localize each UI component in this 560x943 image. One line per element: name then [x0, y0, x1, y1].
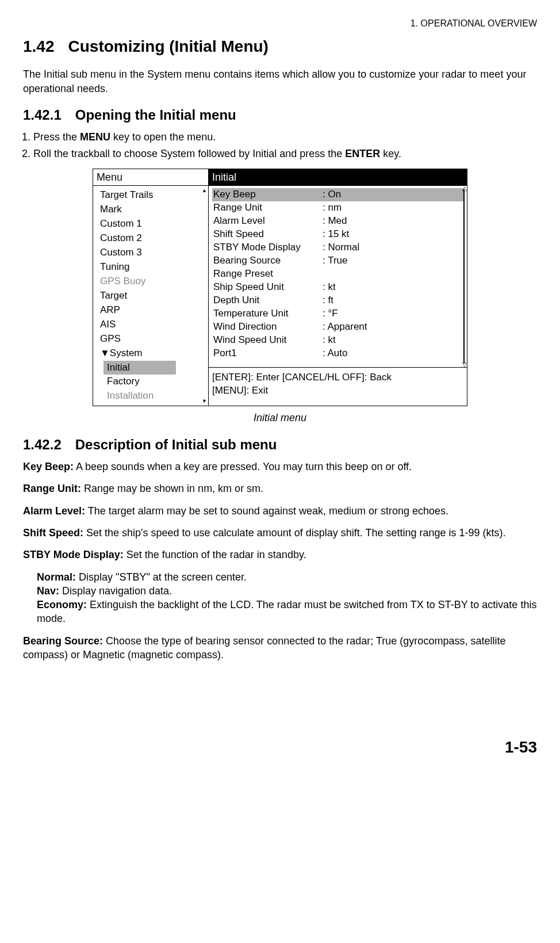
setting-row[interactable]: Port1Auto — [212, 347, 463, 360]
desc-range-unit: Range Unit: Range may be shown in nm, km… — [23, 482, 537, 495]
scroll-down-icon: ▽ — [462, 361, 467, 369]
chapter-header: 1. OPERATIONAL OVERVIEW — [23, 17, 537, 30]
setting-label: Range Preset — [213, 268, 323, 281]
scroll-down-icon: ▼ — [202, 398, 207, 404]
setting-row[interactable]: Key BeepOn — [212, 188, 463, 201]
section-number: 1.42 — [23, 37, 55, 55]
setting-value: 15 kt — [323, 228, 349, 241]
setting-value: kt — [323, 334, 336, 347]
footer-line-2: [MENU]: Exit — [212, 384, 463, 398]
step-1: Press the MENU key to open the menu. — [33, 130, 537, 144]
setting-value: Auto — [323, 347, 348, 360]
menu-item[interactable]: Target — [93, 289, 208, 303]
setting-label: Temperature Unit — [213, 307, 323, 320]
desc-bearing-source: Bearing Source: Choose the type of beari… — [23, 634, 537, 662]
setting-row[interactable]: Range Unitnm — [212, 201, 463, 215]
setting-value: kt — [323, 281, 336, 294]
intro-text: The Initial sub menu in the System menu … — [23, 67, 537, 96]
scrollbar-track — [463, 189, 465, 364]
subsection-title: Opening the Initial menu — [75, 107, 236, 123]
setting-value: °F — [323, 307, 338, 320]
setting-value: Apparent — [323, 320, 367, 334]
desc-economy: Economy: Extinguish the backlight of the… — [37, 598, 537, 626]
setting-label: Ship Speed Unit — [213, 281, 323, 294]
menu-item[interactable]: Initial — [103, 361, 176, 375]
setting-label: Port1 — [213, 347, 323, 360]
menu-right-body: △ ▽ Key BeepOnRange UnitnmAlarm LevelMed… — [209, 186, 467, 367]
menu-item[interactable]: Custom 3 — [93, 246, 208, 260]
menu-left-items: ▲ ▼ Target TrailsMarkCustom 1Custom 2Cus… — [93, 186, 208, 406]
footer-line-1: [ENTER]: Enter [CANCEL/HL OFF]: Back — [212, 371, 463, 384]
menu-item[interactable]: AIS — [93, 318, 208, 332]
menu-left-column: Menu ▲ ▼ Target TrailsMarkCustom 1Custom… — [93, 169, 209, 406]
subsection-title: Description of Initial sub menu — [75, 437, 277, 452]
setting-value: ft — [323, 294, 333, 307]
setting-row[interactable]: Wind DirectionApparent — [212, 320, 463, 334]
desc-normal: Normal: Display "STBY" at the screen cen… — [37, 570, 537, 584]
setting-value: True — [323, 254, 347, 268]
figure-caption: Initial menu — [23, 411, 537, 425]
menu-right-header: Initial — [209, 169, 467, 186]
desc-stby: STBY Mode Display: Set the function of t… — [23, 548, 537, 562]
setting-label: Bearing Source — [213, 254, 323, 268]
setting-row[interactable]: Range Preset — [212, 268, 463, 281]
setting-label: Key Beep — [213, 188, 323, 201]
menu-item[interactable]: Tuning — [93, 260, 208, 274]
setting-label: Wind Direction — [213, 320, 323, 334]
setting-row[interactable]: Ship Speed Unitkt — [212, 281, 463, 294]
desc-nav: Nav: Display navigation data. — [37, 584, 537, 598]
setting-label: STBY Mode Display — [213, 241, 323, 254]
stby-subblock: Normal: Display "STBY" at the screen cen… — [37, 570, 537, 626]
setting-row[interactable]: STBY Mode DisplayNormal — [212, 241, 463, 254]
setting-row[interactable]: Bearing SourceTrue — [212, 254, 463, 268]
menu-item[interactable]: GPS — [93, 332, 208, 346]
menu-item[interactable]: Mark — [93, 203, 208, 217]
menu-item[interactable]: Target Trails — [93, 188, 208, 203]
setting-label: Wind Speed Unit — [213, 334, 323, 347]
menu-item[interactable]: Installation — [93, 389, 208, 403]
desc-shift-speed: Shift Speed: Set the ship's speed to use… — [23, 526, 537, 540]
menu-item[interactable]: Custom 1 — [93, 217, 208, 231]
setting-value: nm — [323, 201, 342, 215]
menu-right-column: Initial △ ▽ Key BeepOnRange UnitnmAlarm … — [209, 169, 467, 406]
setting-value: Med — [323, 215, 347, 228]
menu-item[interactable]: Custom 2 — [93, 231, 208, 246]
setting-label: Alarm Level — [213, 215, 323, 228]
step-2: Roll the trackball to choose System foll… — [33, 147, 537, 161]
description-block: Key Beep: A beep sounds when a key are p… — [23, 460, 537, 662]
setting-row[interactable]: Depth Unitft — [212, 294, 463, 307]
steps-list: Press the MENU key to open the menu. Rol… — [33, 130, 537, 161]
desc-key-beep: Key Beep: A beep sounds when a key are p… — [23, 460, 537, 474]
menu-footer: [ENTER]: Enter [CANCEL/HL OFF]: Back [ME… — [209, 367, 467, 406]
setting-row[interactable]: Alarm LevelMed — [212, 215, 463, 228]
setting-label: Shift Speed — [213, 228, 323, 241]
menu-item[interactable]: ARP — [93, 303, 208, 318]
menu-figure: Menu ▲ ▼ Target TrailsMarkCustom 1Custom… — [93, 169, 467, 406]
scroll-up-icon: ▲ — [202, 187, 207, 194]
setting-value: On — [323, 188, 341, 201]
menu-left-header: Menu — [93, 169, 208, 186]
setting-label: Depth Unit — [213, 294, 323, 307]
subsection-number: 1.42.1 — [23, 107, 62, 123]
subsection-heading: 1.42.1Opening the Initial menu — [23, 106, 537, 124]
menu-item[interactable]: GPS Buoy — [93, 274, 208, 289]
setting-row[interactable]: Temperature Unit°F — [212, 307, 463, 320]
desc-alarm-level: Alarm Level: The target alarm may be set… — [23, 504, 537, 518]
setting-row[interactable]: Shift Speed15 kt — [212, 228, 463, 241]
setting-label: Range Unit — [213, 201, 323, 215]
subsection-number: 1.42.2 — [23, 437, 62, 452]
menu-item[interactable]: Factory — [93, 375, 208, 389]
setting-value: Normal — [323, 241, 359, 254]
page-number: 1-53 — [23, 736, 537, 758]
section-heading: 1.42Customizing (Initial Menu) — [23, 36, 537, 58]
menu-item[interactable]: ▼System — [93, 346, 208, 361]
section-title: Customizing (Initial Menu) — [68, 37, 269, 55]
setting-row[interactable]: Wind Speed Unitkt — [212, 334, 463, 347]
subsection-heading: 1.42.2Description of Initial sub menu — [23, 436, 537, 454]
